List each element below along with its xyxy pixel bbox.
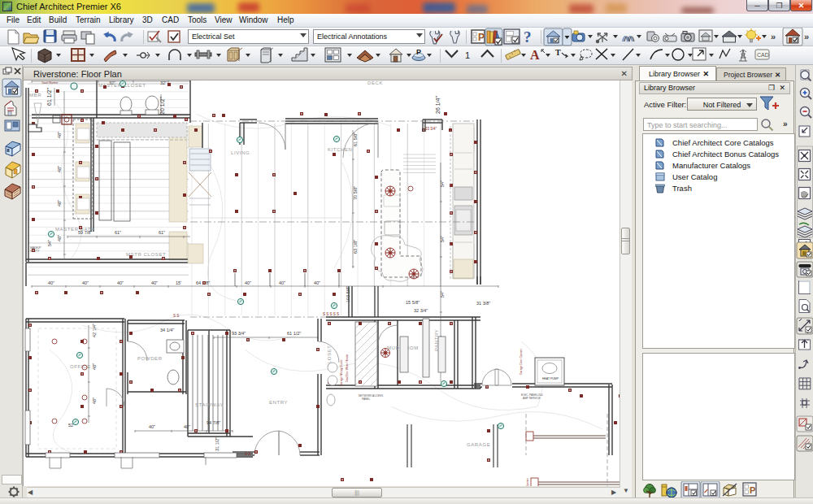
svg-text:S S: S S xyxy=(173,314,179,318)
svg-text:P: P xyxy=(478,32,485,43)
svg-text:LIVING: LIVING xyxy=(231,150,250,155)
svg-text:103 5/8": 103 5/8" xyxy=(346,286,350,302)
svg-text:34 1/4": 34 1/4" xyxy=(160,328,174,332)
svg-text:54": 54" xyxy=(47,240,52,246)
svg-text:32": 32" xyxy=(160,80,167,85)
svg-text:40": 40" xyxy=(245,280,251,285)
svg-text:15': 15' xyxy=(176,280,181,285)
svg-text:GARAGE: GARAGE xyxy=(467,442,490,447)
svg-text:»: » xyxy=(771,32,776,41)
svg-text:»: » xyxy=(804,32,809,41)
svg-text:ENTRY: ENTRY xyxy=(269,400,288,405)
svg-text:Garage Wiring Closet: Garage Wiring Closet xyxy=(340,360,343,386)
svg-text:54": 54" xyxy=(440,291,445,298)
svg-text:70 5/8": 70 5/8" xyxy=(353,186,358,200)
svg-text:48": 48" xyxy=(57,166,62,172)
svg-text:MASTER BATH: MASTER BATH xyxy=(55,227,95,232)
svg-text:48": 48" xyxy=(57,132,62,138)
svg-text:26 1/4": 26 1/4" xyxy=(435,96,441,114)
svg-text:Garage Door Opener: Garage Door Opener xyxy=(526,477,529,486)
svg-text:61": 61" xyxy=(159,230,165,235)
svg-text:?: ? xyxy=(524,28,532,46)
svg-text:OFFICE: OFFICE xyxy=(70,364,91,369)
svg-text:48": 48" xyxy=(92,363,97,370)
svg-text:T: T xyxy=(555,48,561,57)
svg-text:15 5/8": 15 5/8" xyxy=(406,300,420,305)
svg-text:AMP SERVICE: AMP SERVICE xyxy=(523,397,541,400)
svg-text:PANEL: PANEL xyxy=(362,398,370,401)
svg-text:61 1/2": 61 1/2" xyxy=(287,331,301,336)
svg-text:P: P xyxy=(416,48,421,56)
svg-text:HEAT PUMP: HEAT PUMP xyxy=(542,377,559,380)
svg-text:63 1/8": 63 1/8" xyxy=(353,240,358,254)
svg-text:POWDER: POWDER xyxy=(137,356,163,361)
svg-text:31 3/8": 31 3/8" xyxy=(476,301,490,306)
svg-text:61 5/8": 61 5/8" xyxy=(353,133,358,146)
svg-text:54": 54" xyxy=(440,236,445,242)
svg-text:48": 48" xyxy=(57,235,62,241)
svg-text:42 1/4": 42 1/4" xyxy=(92,324,97,337)
svg-text:1: 1 xyxy=(465,50,470,60)
svg-text:40": 40" xyxy=(314,280,320,285)
svg-text:40": 40" xyxy=(117,280,124,285)
svg-text:20 1/2": 20 1/2" xyxy=(159,97,165,115)
svg-text:S S S S S: S S S S S xyxy=(323,312,339,316)
svg-text:54": 54" xyxy=(440,180,445,187)
svg-text:STAIRWAY: STAIRWAY xyxy=(195,402,224,407)
svg-text:31 1/2": 31 1/2" xyxy=(215,437,220,451)
svg-text:CAD: CAD xyxy=(757,52,769,58)
svg-text:S S: S S xyxy=(245,452,250,456)
svg-text:KITCHEN: KITCHEN xyxy=(328,147,353,152)
svg-text:Towel Warmer: Towel Warmer xyxy=(41,81,59,85)
svg-text:61 1/2": 61 1/2" xyxy=(46,88,52,106)
svg-text:48": 48" xyxy=(57,200,62,206)
svg-text:40": 40" xyxy=(279,280,285,285)
svg-text:40": 40" xyxy=(82,280,89,285)
svg-text:VANITY: VANITY xyxy=(30,250,40,253)
svg-text:32 3/4": 32 3/4" xyxy=(414,308,428,313)
svg-text:40": 40" xyxy=(48,280,54,285)
svg-text:94 7/8": 94 7/8" xyxy=(207,420,220,425)
svg-text:40": 40" xyxy=(151,280,158,285)
svg-text:MBR: MBR xyxy=(29,93,41,98)
svg-text:P: P xyxy=(750,485,755,495)
svg-text:61": 61" xyxy=(115,230,121,235)
svg-text:Garage Door Opener: Garage Door Opener xyxy=(520,348,523,375)
svg-text:Gas/Elec Water Heater: Gas/Elec Water Heater xyxy=(346,353,349,382)
svg-text:DECK: DECK xyxy=(367,80,383,85)
svg-text:48": 48" xyxy=(92,398,97,404)
svg-text:33 3/4": 33 3/4" xyxy=(425,127,437,131)
svg-text:93 3/4": 93 3/4" xyxy=(232,331,246,336)
svg-text:A: A xyxy=(530,48,540,62)
svg-text:40": 40" xyxy=(149,424,155,429)
svg-text:40": 40" xyxy=(184,424,190,429)
